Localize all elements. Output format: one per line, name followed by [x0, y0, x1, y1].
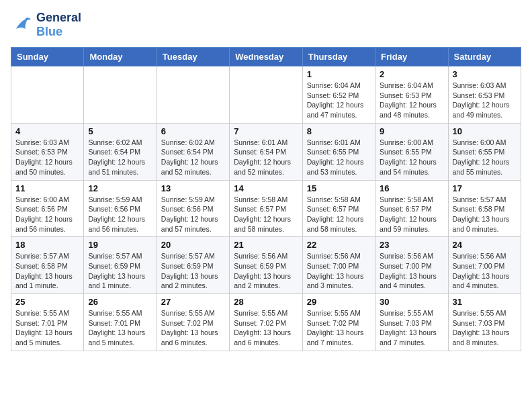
day-info: Sunrise: 5:56 AM Sunset: 7:00 PM Dayligh…: [380, 251, 443, 291]
calendar-cell: [11, 66, 84, 124]
calendar-week-row: 4Sunrise: 6:03 AM Sunset: 6:53 PM Daylig…: [11, 123, 521, 180]
calendar-cell: [84, 66, 157, 124]
calendar-cell: 17Sunrise: 5:57 AM Sunset: 6:58 PM Dayli…: [448, 180, 521, 237]
calendar-cell: 24Sunrise: 5:56 AM Sunset: 7:00 PM Dayli…: [448, 237, 521, 294]
day-number: 14: [234, 183, 298, 193]
day-number: 28: [234, 297, 298, 307]
calendar-cell: 21Sunrise: 5:56 AM Sunset: 6:59 PM Dayli…: [230, 237, 302, 294]
calendar-cell: 27Sunrise: 5:55 AM Sunset: 7:02 PM Dayli…: [157, 294, 229, 351]
calendar-cell: 3Sunrise: 6:03 AM Sunset: 6:53 PM Daylig…: [448, 66, 521, 124]
day-number: 17: [453, 183, 517, 193]
day-info: Sunrise: 5:55 AM Sunset: 7:02 PM Dayligh…: [161, 308, 225, 348]
day-number: 2: [380, 69, 443, 79]
day-info: Sunrise: 5:56 AM Sunset: 6:59 PM Dayligh…: [234, 251, 298, 291]
day-info: Sunrise: 5:57 AM Sunset: 6:59 PM Dayligh…: [88, 251, 152, 291]
calendar-cell: 1Sunrise: 6:04 AM Sunset: 6:52 PM Daylig…: [302, 66, 375, 124]
calendar-cell: 23Sunrise: 5:56 AM Sunset: 7:00 PM Dayli…: [375, 237, 448, 294]
day-info: Sunrise: 6:00 AM Sunset: 6:55 PM Dayligh…: [453, 138, 517, 177]
day-info: Sunrise: 6:03 AM Sunset: 6:53 PM Dayligh…: [453, 81, 517, 120]
logo-text: General Blue: [36, 11, 81, 39]
calendar-cell: 11Sunrise: 6:00 AM Sunset: 6:56 PM Dayli…: [11, 180, 84, 237]
day-info: Sunrise: 6:00 AM Sunset: 6:56 PM Dayligh…: [15, 195, 79, 234]
calendar-cell: 14Sunrise: 5:58 AM Sunset: 6:57 PM Dayli…: [230, 180, 302, 237]
day-info: Sunrise: 5:55 AM Sunset: 7:01 PM Dayligh…: [88, 308, 152, 348]
day-number: 29: [307, 297, 371, 307]
day-number: 5: [88, 126, 152, 136]
day-info: Sunrise: 5:59 AM Sunset: 6:56 PM Dayligh…: [88, 195, 152, 234]
day-info: Sunrise: 6:02 AM Sunset: 6:54 PM Dayligh…: [161, 138, 225, 177]
weekday-header: Monday: [84, 48, 157, 66]
day-number: 6: [161, 126, 225, 136]
day-info: Sunrise: 5:57 AM Sunset: 6:58 PM Dayligh…: [15, 251, 79, 291]
day-info: Sunrise: 5:55 AM Sunset: 7:02 PM Dayligh…: [234, 308, 298, 348]
weekday-header: Friday: [375, 48, 448, 66]
day-number: 7: [234, 126, 298, 136]
calendar-cell: 16Sunrise: 5:58 AM Sunset: 6:57 PM Dayli…: [375, 180, 448, 237]
day-info: Sunrise: 5:55 AM Sunset: 7:03 PM Dayligh…: [453, 308, 517, 348]
day-info: Sunrise: 5:55 AM Sunset: 7:02 PM Dayligh…: [307, 308, 371, 348]
calendar-cell: 7Sunrise: 6:01 AM Sunset: 6:54 PM Daylig…: [230, 123, 302, 180]
day-number: 23: [380, 240, 443, 250]
day-info: Sunrise: 5:56 AM Sunset: 7:00 PM Dayligh…: [453, 251, 517, 291]
calendar-cell: 15Sunrise: 5:58 AM Sunset: 6:57 PM Dayli…: [302, 180, 375, 237]
day-info: Sunrise: 6:03 AM Sunset: 6:53 PM Dayligh…: [15, 138, 79, 177]
calendar-cell: 31Sunrise: 5:55 AM Sunset: 7:03 PM Dayli…: [448, 294, 521, 351]
header: General Blue: [11, 11, 521, 39]
day-number: 20: [161, 240, 225, 250]
calendar-cell: 29Sunrise: 5:55 AM Sunset: 7:02 PM Dayli…: [302, 294, 375, 351]
day-number: 31: [453, 297, 517, 307]
day-number: 18: [15, 240, 79, 250]
day-number: 27: [161, 297, 225, 307]
calendar-cell: 10Sunrise: 6:00 AM Sunset: 6:55 PM Dayli…: [448, 123, 521, 180]
day-number: 15: [307, 183, 371, 193]
day-info: Sunrise: 6:01 AM Sunset: 6:55 PM Dayligh…: [307, 138, 371, 177]
day-number: 21: [234, 240, 298, 250]
day-info: Sunrise: 6:04 AM Sunset: 6:52 PM Dayligh…: [307, 81, 371, 120]
day-number: 22: [307, 240, 371, 250]
day-number: 8: [307, 126, 371, 136]
calendar-cell: 6Sunrise: 6:02 AM Sunset: 6:54 PM Daylig…: [157, 123, 229, 180]
calendar-cell: 4Sunrise: 6:03 AM Sunset: 6:53 PM Daylig…: [11, 123, 84, 180]
day-info: Sunrise: 5:58 AM Sunset: 6:57 PM Dayligh…: [307, 195, 371, 234]
day-info: Sunrise: 5:55 AM Sunset: 7:03 PM Dayligh…: [380, 308, 443, 348]
day-info: Sunrise: 6:02 AM Sunset: 6:54 PM Dayligh…: [88, 138, 152, 177]
calendar-week-row: 1Sunrise: 6:04 AM Sunset: 6:52 PM Daylig…: [11, 66, 521, 124]
day-info: Sunrise: 6:04 AM Sunset: 6:53 PM Dayligh…: [380, 81, 443, 120]
calendar-cell: [157, 66, 229, 124]
calendar-cell: 5Sunrise: 6:02 AM Sunset: 6:54 PM Daylig…: [84, 123, 157, 180]
day-info: Sunrise: 5:59 AM Sunset: 6:56 PM Dayligh…: [161, 195, 225, 234]
day-info: Sunrise: 5:57 AM Sunset: 6:59 PM Dayligh…: [161, 251, 225, 291]
calendar-cell: 28Sunrise: 5:55 AM Sunset: 7:02 PM Dayli…: [230, 294, 302, 351]
calendar-week-row: 18Sunrise: 5:57 AM Sunset: 6:58 PM Dayli…: [11, 237, 521, 294]
day-info: Sunrise: 5:58 AM Sunset: 6:57 PM Dayligh…: [234, 195, 298, 234]
calendar-cell: 8Sunrise: 6:01 AM Sunset: 6:55 PM Daylig…: [302, 123, 375, 180]
weekday-header: Thursday: [302, 48, 375, 66]
day-info: Sunrise: 5:57 AM Sunset: 6:58 PM Dayligh…: [453, 195, 517, 234]
weekday-header: Sunday: [11, 48, 84, 66]
calendar-cell: 12Sunrise: 5:59 AM Sunset: 6:56 PM Dayli…: [84, 180, 157, 237]
calendar-table: SundayMondayTuesdayWednesdayThursdayFrid…: [11, 47, 521, 351]
day-info: Sunrise: 5:58 AM Sunset: 6:57 PM Dayligh…: [380, 195, 443, 234]
day-number: 16: [380, 183, 443, 193]
calendar-week-row: 11Sunrise: 6:00 AM Sunset: 6:56 PM Dayli…: [11, 180, 521, 237]
calendar-cell: 25Sunrise: 5:55 AM Sunset: 7:01 PM Dayli…: [11, 294, 84, 351]
weekday-header: Tuesday: [157, 48, 229, 66]
calendar-cell: 2Sunrise: 6:04 AM Sunset: 6:53 PM Daylig…: [375, 66, 448, 124]
calendar-cell: 30Sunrise: 5:55 AM Sunset: 7:03 PM Dayli…: [375, 294, 448, 351]
day-info: Sunrise: 5:56 AM Sunset: 7:00 PM Dayligh…: [307, 251, 371, 291]
day-number: 19: [88, 240, 152, 250]
day-number: 1: [307, 69, 371, 79]
day-number: 30: [380, 297, 443, 307]
day-number: 25: [15, 297, 79, 307]
day-number: 9: [380, 126, 443, 136]
day-info: Sunrise: 5:55 AM Sunset: 7:01 PM Dayligh…: [15, 308, 79, 348]
calendar-cell: 9Sunrise: 6:00 AM Sunset: 6:55 PM Daylig…: [375, 123, 448, 180]
day-number: 10: [453, 126, 517, 136]
day-number: 12: [88, 183, 152, 193]
calendar-header-row: SundayMondayTuesdayWednesdayThursdayFrid…: [11, 48, 521, 66]
day-info: Sunrise: 6:00 AM Sunset: 6:55 PM Dayligh…: [380, 138, 443, 177]
calendar-week-row: 25Sunrise: 5:55 AM Sunset: 7:01 PM Dayli…: [11, 294, 521, 351]
weekday-header: Saturday: [448, 48, 521, 66]
calendar-cell: 18Sunrise: 5:57 AM Sunset: 6:58 PM Dayli…: [11, 237, 84, 294]
day-number: 24: [453, 240, 517, 250]
